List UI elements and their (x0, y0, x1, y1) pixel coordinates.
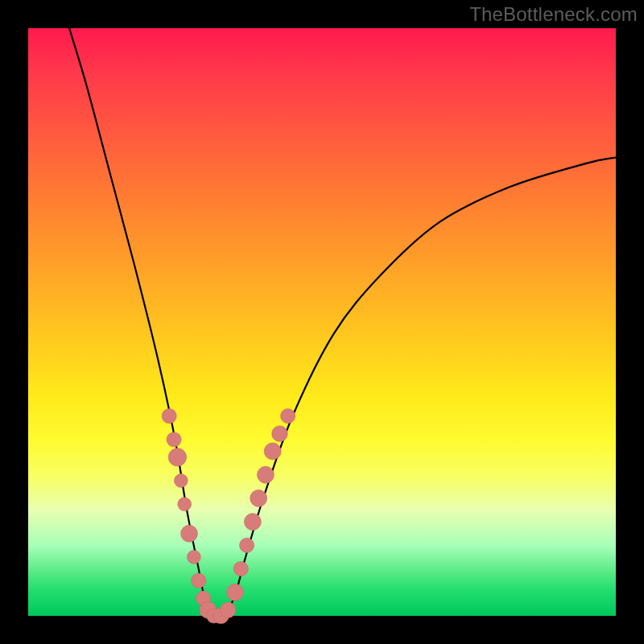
curve-marker (226, 584, 243, 601)
curve-marker (178, 497, 192, 511)
curve-marker (192, 573, 206, 588)
curve-marker (168, 448, 186, 466)
curve-marker (187, 551, 200, 564)
curve-marker (181, 525, 198, 542)
curve-marker (167, 432, 181, 447)
curve-marker (244, 514, 261, 530)
plot-area (28, 28, 616, 616)
curve-marker (220, 602, 236, 618)
curve-marker (239, 538, 254, 552)
curve-marker (281, 409, 295, 423)
watermark-label: TheBottleneck.com (469, 3, 638, 26)
curve-marker (250, 490, 267, 507)
curve-marker (174, 474, 188, 488)
bottleneck-curve (69, 28, 616, 618)
curve-marker (264, 443, 281, 460)
curve-marker (257, 466, 274, 483)
chart-frame: TheBottleneck.com (0, 0, 644, 644)
curve-svg (28, 28, 616, 616)
curve-marker (272, 426, 288, 442)
marker-group (162, 409, 295, 624)
curve-marker (233, 562, 248, 576)
curve-marker (162, 409, 176, 423)
